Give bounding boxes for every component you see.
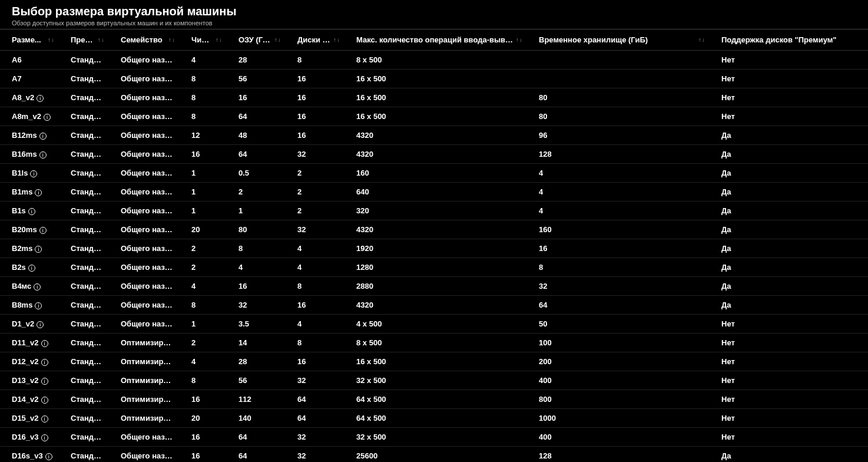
info-icon[interactable]: i: [41, 359, 48, 366]
cell-offer: Стандар...: [59, 88, 109, 107]
cell-size: B16msi: [0, 145, 59, 164]
table-row[interactable]: B2siСтандар...Общего назначе...24412808Д…: [0, 258, 868, 277]
info-icon[interactable]: i: [45, 453, 52, 460]
cell-temp: 128: [527, 447, 710, 463]
column-header[interactable]: Разме...↑↓: [0, 29, 59, 51]
table-row[interactable]: D16_v3iСтандар...Общего назначе...166432…: [0, 428, 868, 447]
cell-offer: Стандар...: [59, 107, 109, 126]
cell-iops: 4320: [344, 296, 527, 315]
table-row[interactable]: B16msiСтандар...Общего назначе...1664324…: [0, 145, 868, 164]
cell-vcpu: 1: [180, 202, 227, 220]
info-icon[interactable]: i: [39, 151, 47, 159]
column-label: Семейство: [121, 35, 166, 44]
cell-iops: 2880: [344, 277, 527, 296]
table-row[interactable]: A7Стандар...Общего назначе...8561616 x 5…: [0, 70, 868, 88]
column-header[interactable]: Временное хранилище (ГиБ)↑↓: [527, 29, 710, 51]
cell-temp: 400: [527, 428, 710, 447]
info-icon[interactable]: i: [37, 95, 44, 102]
table-row[interactable]: B1msiСтандар...Общего назначе...1226404Д…: [0, 183, 868, 202]
info-icon[interactable]: i: [41, 378, 48, 385]
table-row[interactable]: D14_v2iСтандар...Оптимизирован...1611264…: [0, 390, 868, 409]
info-icon[interactable]: i: [35, 246, 42, 253]
page-subtitle: Обзор доступных размеров виртуальных маш…: [12, 19, 856, 27]
info-icon[interactable]: i: [28, 208, 35, 215]
column-header[interactable]: ОЗУ (Ги...↑↓: [227, 29, 286, 51]
column-label: Числ...: [191, 35, 213, 44]
info-icon[interactable]: i: [44, 114, 51, 121]
cell-premium: Нет: [710, 315, 868, 334]
sort-icon[interactable]: ↑↓: [516, 38, 522, 42]
cell-premium: Нет: [710, 107, 868, 126]
table-row[interactable]: D1_v2iСтандар...Общего назначе...13.544 …: [0, 315, 868, 334]
info-icon[interactable]: i: [41, 340, 48, 347]
cell-vcpu: 8: [180, 70, 227, 88]
size-label: D15_v2: [12, 414, 39, 423]
vm-size-table: Разме...↑↓Предл...↑↓Семейство↑↓Числ...↑↓…: [0, 29, 868, 462]
table-row[interactable]: A6Стандар...Общего назначе...42888 x 500…: [0, 51, 868, 70]
info-icon[interactable]: i: [34, 283, 41, 291]
sort-icon[interactable]: ↑↓: [698, 38, 705, 42]
info-icon[interactable]: i: [39, 227, 47, 234]
size-label: A6: [12, 55, 22, 64]
info-icon[interactable]: i: [28, 265, 35, 272]
sort-icon[interactable]: ↑↓: [274, 38, 281, 42]
sort-icon[interactable]: ↑↓: [168, 38, 175, 42]
cell-iops: 160: [344, 164, 527, 183]
sort-icon[interactable]: ↑↓: [333, 38, 340, 42]
sort-icon[interactable]: ↑↓: [98, 38, 104, 42]
column-header[interactable]: Диски д...↑↓: [286, 29, 344, 51]
table-row[interactable]: D16s_v3iСтандар...Общего назначе...16643…: [0, 447, 868, 463]
cell-offer: Стандар...: [59, 202, 109, 220]
table-row[interactable]: B4мсiСтандар...Общего назначе...41682880…: [0, 277, 868, 296]
table-row[interactable]: B8msiСтандар...Общего назначе...83216432…: [0, 296, 868, 315]
sort-icon[interactable]: ↑↓: [48, 38, 54, 42]
column-label: Макс. количество операций ввода-вывод...: [356, 35, 513, 44]
column-header[interactable]: Числ...↑↓: [180, 29, 227, 51]
table-row[interactable]: B1lsiСтандар...Общего назначе...10.52160…: [0, 164, 868, 183]
cell-vcpu: 2: [180, 239, 227, 258]
info-icon[interactable]: i: [41, 397, 48, 404]
info-icon[interactable]: i: [35, 302, 42, 309]
info-icon[interactable]: i: [39, 133, 47, 140]
size-label: A7: [12, 74, 22, 83]
table-row[interactable]: A8_v2iСтандар...Общего назначе...8161616…: [0, 88, 868, 107]
table-row[interactable]: D12_v2iСтандар...Оптимизирован...4281616…: [0, 352, 868, 371]
cell-iops: 32 x 500: [344, 428, 527, 447]
cell-temp: 50: [527, 315, 710, 334]
cell-family: Общего назначе...: [109, 428, 180, 447]
info-icon[interactable]: i: [41, 415, 48, 423]
info-icon[interactable]: i: [41, 434, 48, 441]
cell-ram: 14: [227, 334, 286, 352]
cell-ram: 64: [227, 107, 286, 126]
column-label: Разме...: [12, 35, 45, 44]
column-header[interactable]: Предл...↑↓: [59, 29, 109, 51]
cell-ram: 48: [227, 126, 286, 145]
size-label: B12ms: [12, 131, 37, 140]
cell-offer: Стандар...: [59, 51, 109, 70]
table-row[interactable]: D15_v2iСтандар...Оптимизирован...2014064…: [0, 409, 868, 428]
table-row[interactable]: B2msiСтандар...Общего назначе...28419201…: [0, 239, 868, 258]
info-icon[interactable]: i: [35, 189, 42, 196]
column-header[interactable]: Семейство↑↓: [109, 29, 180, 51]
table-row[interactable]: A8m_v2iСтандар...Общего назначе...864161…: [0, 107, 868, 126]
table-row[interactable]: B1siСтандар...Общего назначе...1123204Да: [0, 202, 868, 220]
cell-temp: 32: [527, 277, 710, 296]
cell-offer: Стандар...: [59, 315, 109, 334]
table-row[interactable]: B20msiСтандар...Общего назначе...2080324…: [0, 220, 868, 239]
cell-offer: Стандар...: [59, 258, 109, 277]
cell-family: Общего назначе...: [109, 51, 180, 70]
table-row[interactable]: B12msiСтандар...Общего назначе...1248164…: [0, 126, 868, 145]
cell-temp: 4: [527, 202, 710, 220]
info-icon[interactable]: i: [37, 321, 44, 328]
table-row[interactable]: D13_v2iСтандар...Оптимизирован...8563232…: [0, 371, 868, 390]
cell-ram: 16: [227, 277, 286, 296]
table-row[interactable]: D11_v2iСтандар...Оптимизирован...21488 x…: [0, 334, 868, 352]
column-header[interactable]: Макс. количество операций ввода-вывод...…: [344, 29, 527, 51]
cell-vcpu: 1: [180, 164, 227, 183]
cell-premium: Да: [710, 126, 868, 145]
cell-iops: 64 x 500: [344, 409, 527, 428]
sort-icon[interactable]: ↑↓: [216, 38, 222, 42]
cell-iops: 640: [344, 183, 527, 202]
cell-size: B2msi: [0, 239, 59, 258]
info-icon[interactable]: i: [30, 170, 37, 177]
